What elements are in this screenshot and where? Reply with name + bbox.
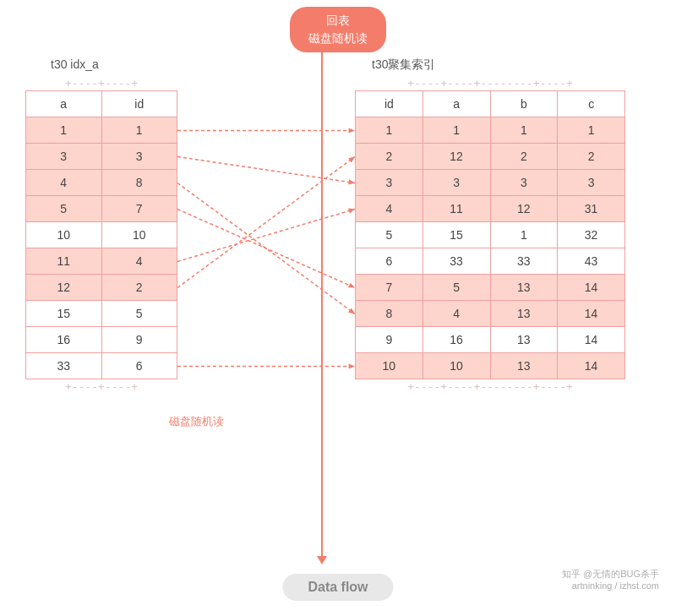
right-data-cell: 14 [558,353,625,379]
right-data-row: 841314 [355,301,625,327]
right-data-cell: 3 [558,170,625,195]
left-data-cell: 10 [102,222,178,248]
right-data-cell: 12 [423,144,491,169]
left-data-cell: 5 [102,301,178,326]
left-data-cell: 3 [25,144,102,169]
svg-marker-7 [348,283,355,288]
right-data-cell: 1 [491,117,559,143]
right-header-cell: a [423,91,491,117]
right-data-cell: 14 [558,301,625,326]
right-data-cell: 5 [423,275,491,300]
right-data-cell: 2 [558,144,625,169]
right-data-row: 751314 [355,275,625,301]
left-header-cell: id [102,91,178,117]
left-data-row: 11 [25,117,177,144]
left-header-cell: a [25,91,102,117]
right-data-cell: 13 [491,353,559,379]
left-data-cell: 7 [102,196,178,221]
watermark: 知乎 @无情的BUG杀手 artninking / izhst.com [562,568,659,591]
svg-marker-3 [348,179,355,184]
right-header-cell: c [558,91,625,117]
left-table-title: t30 idx_a [51,57,99,71]
left-bottom-border: +----+----+ [25,379,177,394]
right-top-border: +----+----+--------+----+ [355,76,625,90]
right-data-cell: 33 [491,248,559,274]
svg-line-6 [177,210,355,288]
right-data-cell: 7 [355,275,423,300]
top-label-line2: 磁盘随机读 [308,30,368,47]
right-table-title: t30聚集索引 [372,57,435,73]
right-data-cell: 3 [355,170,423,195]
top-label: 回表 磁盘随机读 [290,7,386,52]
right-data-cell: 13 [491,301,559,326]
left-data-cell: 2 [102,275,178,300]
right-data-cell: 16 [423,327,491,352]
right-data-row: 6333343 [355,248,625,275]
right-header-row: idabc [355,90,625,117]
left-data-row: 122 [25,275,177,301]
left-data-cell: 11 [25,248,102,274]
main-container: 回表 磁盘随机读 t30 idx_a t30聚集索引 +----+----+ a… [0,0,676,616]
right-data-cell: 9 [355,327,423,352]
left-data-cell: 8 [102,170,178,195]
left-data-cell: 15 [25,301,102,326]
left-data-row: 114 [25,248,177,275]
watermark-line2: artninking / izhst.com [562,581,659,591]
left-data-cell: 1 [25,117,102,143]
svg-line-4 [177,183,355,314]
right-data-cell: 6 [355,248,423,274]
right-data-row: 4111231 [355,196,625,222]
left-data-row: 1010 [25,222,177,248]
watermark-line1: 知乎 @无情的BUG杀手 [562,568,659,581]
left-data-row: 33 [25,144,177,170]
right-data-cell: 1 [355,117,423,143]
right-data-cell: 5 [355,222,423,248]
right-data-row: 9161314 [355,327,625,353]
right-data-cell: 10 [423,353,491,379]
right-data-cell: 43 [558,248,625,274]
left-data-row: 57 [25,196,177,222]
center-arrow [321,34,323,558]
right-data-cell: 2 [355,144,423,169]
right-data-cell: 4 [355,196,423,221]
right-data-row: 21222 [355,144,625,170]
left-header-row: aid [25,90,177,117]
right-header-cell: id [355,91,423,117]
right-data-cell: 1 [423,117,491,143]
right-header-cell: b [491,91,559,117]
right-data-cell: 4 [423,301,491,326]
svg-marker-9 [348,209,355,214]
svg-marker-13 [349,363,355,368]
right-data-cell: 13 [491,275,559,300]
right-data-cell: 32 [558,222,625,248]
right-data-cell: 8 [355,301,423,326]
right-bottom-border: +----+----+--------+----+ [355,379,625,394]
right-data-cell: 14 [558,275,625,300]
left-data-cell: 1 [102,117,178,143]
left-data-cell: 4 [25,170,102,195]
right-data-row: 515132 [355,222,625,248]
svg-line-2 [177,157,355,183]
right-data-cell: 15 [423,222,491,248]
left-data-table: aid113348571010114122155169336 [25,90,177,379]
left-data-cell: 6 [102,353,178,379]
left-table: +----+----+ aid1133485710101141221551693… [25,76,177,394]
svg-marker-5 [348,308,355,314]
left-data-cell: 16 [25,327,102,352]
left-data-cell: 3 [102,144,178,169]
svg-line-10 [177,157,355,288]
left-data-cell: 4 [102,248,178,274]
left-data-row: 336 [25,353,177,379]
mid-label: 磁盘随机读 [169,414,224,429]
right-table: +----+----+--------+----+ idabc111121222… [355,76,625,394]
right-data-cell: 3 [423,170,491,195]
left-data-row: 169 [25,327,177,353]
right-data-cell: 2 [491,144,559,169]
right-data-cell: 12 [491,196,559,221]
left-data-cell: 12 [25,275,102,300]
right-data-cell: 11 [423,196,491,221]
right-data-cell: 1 [491,222,559,248]
right-data-cell: 1 [558,117,625,143]
right-data-cell: 13 [491,327,559,352]
right-data-cell: 33 [423,248,491,274]
